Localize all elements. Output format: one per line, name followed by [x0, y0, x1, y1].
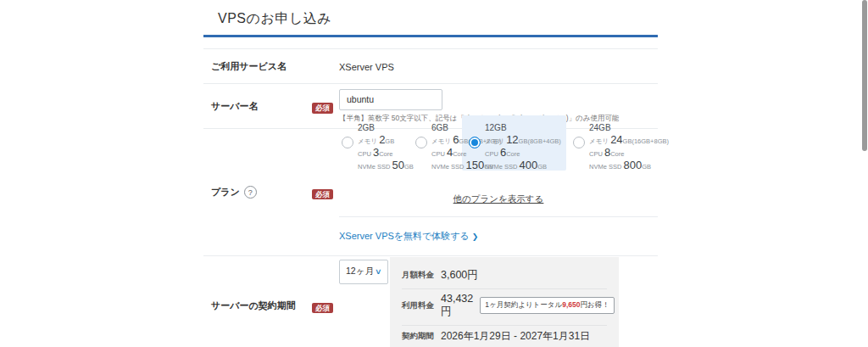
required-badge: 必須	[312, 103, 333, 114]
monthly-fee-label: 月額料金	[402, 270, 441, 281]
badge-column: 必須	[312, 299, 339, 314]
plan-ssd-spec: NVMe SSD 800GB	[589, 160, 669, 172]
usage-fee-row: 利用料金 43,432円 1ヶ月契約よりトータル9,650円お得！	[402, 289, 607, 326]
plan-ssd-spec: NVMe SSD 400GB	[485, 160, 561, 172]
plan-name: 24GB	[589, 122, 669, 133]
title-spacer	[203, 37, 658, 48]
plan-option-24gb[interactable]: 24GB メモリ 24GB(16GB+8GB) CPU 8Core NVMe S…	[573, 122, 669, 172]
plan-options: 2GB メモリ 2GB CPU 3Core NVMe SSD 50GB 6GB …	[339, 121, 658, 176]
required-badge: 必須	[312, 189, 333, 200]
usage-fee-value: 43,432円	[441, 293, 473, 319]
radio-icon[interactable]	[415, 137, 427, 148]
contract-dates-value: 2026年1月29日 - 2027年1月31日	[441, 329, 590, 344]
radio-icon[interactable]	[573, 137, 585, 148]
plan-name: 12GB	[485, 122, 561, 133]
contract-dates-label: 契約期間	[402, 331, 441, 342]
plan-option-12gb-selected[interactable]: 12GB メモリ 12GB(8GB+4GB) CPU 6Core NVMe SS…	[469, 122, 561, 172]
contract-term-select[interactable]: 12ヶ月 ∨	[339, 260, 388, 284]
radio-selected-icon[interactable]	[469, 137, 481, 148]
plan-section-divider	[339, 216, 658, 217]
plan-cpu-spec: CPU 6Core	[485, 147, 561, 160]
chevron-right-icon: ❯	[472, 232, 479, 241]
pricing-summary-box: 月額料金 3,600円 利用料金 43,432円 1ヶ月契約よりトータル9,65…	[390, 257, 619, 347]
usage-fee-label: 利用料金	[402, 300, 441, 311]
server-name-input[interactable]	[339, 89, 442, 110]
vertical-scrollbar[interactable]	[862, 0, 867, 151]
plan-memory-spec: メモリ 24GB(16GB+8GB)	[589, 134, 669, 147]
service-name-value: XServer VPS	[339, 62, 394, 72]
plan-cpu-spec: CPU 8Core	[589, 147, 669, 160]
contract-period-row: サーバーの契約期間 必須 12ヶ月 ∨ 月額料金 3,600円 利用料金 43,…	[203, 255, 658, 347]
help-icon[interactable]: ?	[244, 186, 257, 199]
plan-name: 2GB	[358, 122, 414, 133]
savings-amount: 9,650	[562, 300, 580, 309]
page-title: VPSのお申し込み	[203, 0, 658, 37]
form-container: VPSのお申し込み ご利用サービス名 XServer VPS サーバー名 必須 …	[203, 0, 658, 347]
vps-order-page: VPSのお申し込み ご利用サービス名 XServer VPS サーバー名 必須 …	[0, 0, 868, 347]
service-name-label: ご利用サービス名	[203, 60, 312, 73]
monthly-fee-value: 3,600円	[441, 268, 478, 283]
contract-dates-row: 契約期間 2026年1月29日 - 2027年1月31日	[402, 326, 607, 345]
contract-period-label: サーバーの契約期間	[203, 299, 312, 312]
plan-ssd-spec: NVMe SSD 50GB	[358, 160, 414, 172]
plan-memory-spec: メモリ 12GB(8GB+4GB)	[485, 134, 561, 147]
plan-label: プラン ?	[203, 186, 312, 199]
contract-term-value: 12ヶ月	[346, 266, 374, 277]
plan-memory-spec: メモリ 2GB	[358, 134, 414, 147]
badge-column: 必須	[312, 185, 339, 200]
show-other-plans-link[interactable]: 他のプランを表示する	[453, 193, 544, 204]
radio-icon[interactable]	[342, 137, 353, 148]
plan-cpu-spec: CPU 3Core	[358, 147, 414, 160]
free-trial-link[interactable]: XServer VPSを無料で体験する❯	[339, 230, 658, 243]
plan-label-text: プラン	[211, 186, 240, 199]
service-name-row: ご利用サービス名 XServer VPS	[203, 48, 658, 83]
required-badge: 必須	[312, 303, 333, 314]
savings-badge: 1ヶ月契約よりトータル9,650円お得！	[480, 297, 614, 314]
plan-row: プラン ? 必須 2GB メモリ 2GB CPU 3Core NVMe SSD …	[203, 128, 658, 255]
chevron-down-icon: ∨	[375, 267, 382, 276]
server-name-label: サーバー名	[203, 100, 312, 113]
badge-column: 必須	[312, 98, 339, 114]
monthly-fee-row: 月額料金 3,600円	[402, 265, 607, 289]
plan-option-2gb[interactable]: 2GB メモリ 2GB CPU 3Core NVMe SSD 50GB	[342, 122, 414, 172]
